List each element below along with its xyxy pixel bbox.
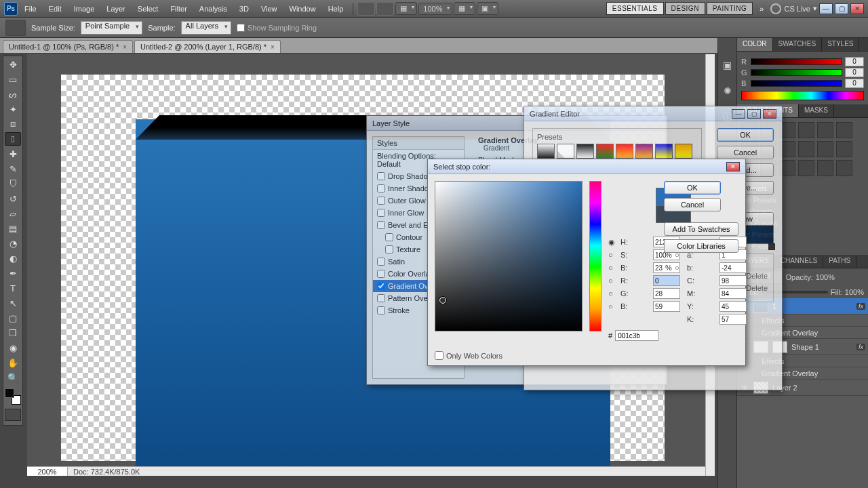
gradient-swatch[interactable] bbox=[655, 144, 673, 159]
menu-window[interactable]: Window bbox=[284, 2, 321, 16]
effect-checkbox[interactable] bbox=[377, 306, 385, 314]
g-field[interactable] bbox=[653, 288, 680, 299]
menu-filter[interactable]: Filter bbox=[165, 2, 192, 16]
r-field[interactable] bbox=[653, 275, 680, 286]
adj-icon[interactable] bbox=[817, 122, 833, 138]
view-extras-dropdown[interactable]: ▦ bbox=[395, 2, 417, 15]
r-value[interactable]: 0 bbox=[845, 57, 864, 66]
move-tool[interactable]: ✥ bbox=[5, 58, 21, 71]
effect-checkbox[interactable] bbox=[377, 197, 385, 205]
dialog-maximize-button[interactable]: ▢ bbox=[747, 109, 761, 119]
hue-slider[interactable] bbox=[589, 181, 601, 331]
screen-mode-dropdown[interactable]: ▣ bbox=[477, 2, 498, 15]
menu-file[interactable]: File bbox=[19, 2, 42, 16]
arrange-docs-dropdown[interactable]: ▦ bbox=[454, 2, 475, 15]
close-icon[interactable]: × bbox=[123, 43, 127, 51]
show-sampling-ring-checkbox[interactable] bbox=[237, 24, 245, 32]
c-field[interactable] bbox=[719, 275, 747, 286]
color-field[interactable] bbox=[435, 181, 583, 331]
adj-icon[interactable] bbox=[798, 122, 814, 138]
effect-checkbox[interactable] bbox=[377, 258, 385, 266]
3d-camera-tool[interactable]: ◉ bbox=[5, 341, 21, 354]
workspace-painting[interactable]: PAINTING bbox=[707, 2, 753, 15]
color-picker-titlebar[interactable]: Select stop color: ✕ bbox=[428, 159, 745, 174]
gradient-swatch[interactable] bbox=[635, 144, 653, 159]
tab-masks[interactable]: MASKS bbox=[799, 104, 834, 117]
zoom-dropdown[interactable]: 100% bbox=[418, 3, 452, 15]
effect-checkbox[interactable] bbox=[377, 209, 385, 217]
adj-icon[interactable] bbox=[836, 160, 852, 176]
dialog-minimize-button[interactable]: ― bbox=[732, 109, 745, 119]
window-minimize-button[interactable]: ― bbox=[819, 3, 833, 14]
add-to-swatches-button[interactable]: Add To Swatches bbox=[664, 222, 738, 236]
m-field[interactable] bbox=[719, 288, 747, 299]
r-slider[interactable] bbox=[751, 58, 842, 65]
effect-checkbox[interactable] bbox=[377, 270, 385, 278]
gradient-swatch[interactable] bbox=[675, 144, 692, 159]
gradient-tool[interactable]: ▤ bbox=[5, 222, 21, 235]
adj-icon[interactable] bbox=[836, 122, 852, 138]
adj-icon[interactable] bbox=[798, 160, 814, 176]
doc-tab-2[interactable]: Untitled-2 @ 200% (Layer 1, RGB/8) * × bbox=[134, 40, 281, 53]
tab-color[interactable]: COLOR bbox=[737, 38, 773, 51]
styles-header[interactable]: Styles bbox=[373, 137, 464, 150]
color-libraries-button[interactable]: Color Libraries bbox=[664, 239, 738, 253]
window-close-button[interactable]: ✕ bbox=[850, 3, 864, 14]
cancel-button[interactable]: Cancel bbox=[664, 198, 721, 211]
tab-paths[interactable]: PATHS bbox=[823, 255, 856, 268]
adj-icon[interactable] bbox=[836, 141, 852, 157]
fill-value[interactable]: 100% bbox=[845, 288, 864, 296]
wand-tool[interactable]: ✦ bbox=[5, 102, 21, 116]
menu-view[interactable]: View bbox=[256, 2, 283, 16]
stamp-tool[interactable]: ⛉ bbox=[5, 177, 21, 190]
k-field[interactable] bbox=[719, 314, 747, 325]
menu-3d[interactable]: 3D bbox=[234, 2, 254, 16]
dialog-close-button[interactable]: ✕ bbox=[763, 109, 776, 119]
effect-checkbox[interactable] bbox=[377, 221, 385, 229]
menu-image[interactable]: Image bbox=[68, 2, 100, 16]
close-icon[interactable]: × bbox=[271, 43, 275, 51]
show-sampling-ring-check[interactable]: Show Sampling Ring bbox=[237, 24, 317, 32]
opacity-value[interactable]: 100% bbox=[816, 273, 835, 281]
doc-tab-1[interactable]: Untitled-1 @ 100% (Ps, RGB/8) * × bbox=[3, 40, 133, 53]
type-tool[interactable]: T bbox=[5, 281, 21, 295]
history-brush-tool[interactable]: ↺ bbox=[5, 192, 21, 205]
b-slider[interactable] bbox=[751, 80, 842, 87]
dialog-close-button[interactable]: ✕ bbox=[726, 162, 740, 171]
menu-edit[interactable]: Edit bbox=[43, 2, 67, 16]
launch-bridge-icon[interactable] bbox=[357, 2, 375, 16]
gradient-swatch[interactable] bbox=[557, 144, 574, 159]
crop-tool[interactable]: ⧈ bbox=[5, 117, 21, 131]
heal-tool[interactable]: ✚ bbox=[5, 147, 21, 161]
path-select-tool[interactable]: ↖ bbox=[5, 296, 21, 310]
y-field[interactable] bbox=[719, 301, 747, 312]
ok-button[interactable]: OK bbox=[717, 128, 774, 142]
blur-tool[interactable]: ◔ bbox=[5, 237, 21, 250]
tab-swatches[interactable]: SWATCHES bbox=[773, 38, 823, 51]
gradient-swatch[interactable] bbox=[616, 144, 633, 159]
b-lab-field[interactable] bbox=[719, 262, 747, 273]
tab-styles[interactable]: STYLES bbox=[822, 38, 859, 51]
sample-size-dropdown[interactable]: Point Sample bbox=[81, 21, 142, 35]
effect-checkbox[interactable] bbox=[377, 294, 385, 302]
b-value[interactable]: 0 bbox=[845, 79, 864, 88]
gradient-swatch[interactable] bbox=[576, 144, 594, 159]
fg-bg-swatch[interactable] bbox=[5, 388, 21, 405]
gradient-swatch[interactable] bbox=[537, 144, 555, 159]
zoom-tool[interactable]: 🔍 bbox=[5, 371, 21, 384]
menu-analysis[interactable]: Analysis bbox=[194, 2, 233, 16]
gradient-editor-titlebar[interactable]: Gradient Editor ― ▢ ✕ bbox=[524, 106, 782, 121]
effect-checkbox[interactable] bbox=[377, 172, 385, 180]
ok-button[interactable]: OK bbox=[664, 181, 721, 195]
pen-tool[interactable]: ✒ bbox=[5, 266, 21, 280]
cancel-button[interactable]: Cancel bbox=[717, 146, 774, 159]
zoom-field[interactable]: 200% bbox=[27, 467, 68, 476]
quick-mask-icon[interactable] bbox=[5, 409, 21, 421]
menu-select[interactable]: Select bbox=[132, 2, 164, 16]
brush-tool[interactable]: ✎ bbox=[5, 162, 21, 176]
cs-live-button[interactable]: CS Live ▾ bbox=[770, 3, 817, 14]
history-panel-icon[interactable]: ▣ bbox=[722, 60, 734, 72]
delete-stop-button[interactable]: Delete bbox=[746, 272, 768, 280]
adj-icon[interactable] bbox=[817, 141, 833, 157]
eyedropper-tool[interactable]: 𓂀 bbox=[5, 132, 21, 146]
